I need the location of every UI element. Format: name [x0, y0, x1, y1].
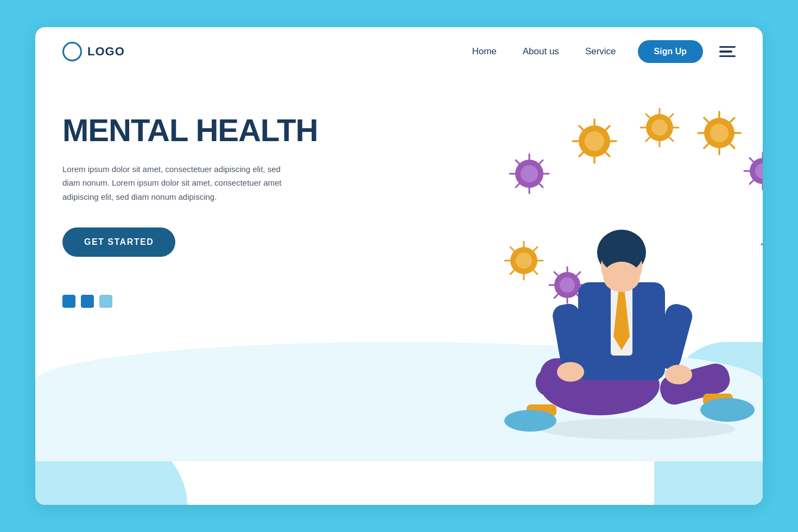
logo-icon: [62, 42, 82, 61]
svg-point-61: [516, 252, 532, 269]
svg-line-63: [534, 247, 537, 251]
svg-line-19: [579, 126, 584, 130]
svg-line-5: [539, 183, 543, 187]
svg-line-47: [750, 180, 753, 184]
svg-line-33: [730, 118, 734, 122]
svg-point-108: [504, 410, 556, 432]
svg-point-91: [560, 277, 575, 293]
hamburger-line-2: [719, 50, 732, 53]
svg-line-39: [704, 118, 708, 122]
nav-about[interactable]: About us: [523, 46, 559, 57]
svg-line-97: [554, 294, 558, 298]
svg-point-21: [651, 119, 668, 136]
svg-line-67: [510, 270, 514, 274]
hero-description: Lorem ipsum dolor sit amet, consectetuer…: [62, 162, 290, 204]
indicator-dot-2: [81, 295, 94, 308]
logo-text: LOGO: [87, 45, 125, 59]
main-frame: LOGO Home About us Service Sign Up MENTA…: [35, 27, 763, 505]
svg-point-115: [665, 365, 692, 384]
svg-line-29: [646, 114, 650, 118]
svg-point-120: [603, 262, 640, 292]
hamburger-line-1: [719, 46, 736, 48]
logo-area: LOGO: [62, 42, 125, 61]
indicator-dot-3: [99, 295, 112, 308]
svg-line-13: [605, 126, 610, 130]
hamburger-menu-icon[interactable]: [719, 46, 736, 58]
svg-line-17: [579, 152, 584, 156]
hamburger-line-3: [719, 55, 736, 58]
signup-button[interactable]: Sign Up: [638, 40, 703, 63]
svg-line-93: [577, 272, 580, 276]
svg-point-107: [700, 398, 755, 422]
get-started-button[interactable]: GET STARTED: [62, 227, 175, 257]
svg-line-35: [730, 144, 734, 148]
svg-line-23: [669, 114, 673, 118]
main-content: MENTAL HEALTH Lorem ipsum dolor sit amet…: [35, 76, 763, 505]
svg-line-37: [704, 144, 708, 148]
nav-service[interactable]: Service: [585, 46, 616, 57]
right-section: [323, 92, 736, 472]
svg-point-11: [585, 131, 604, 151]
svg-point-31: [710, 124, 729, 142]
svg-line-7: [516, 183, 520, 187]
virus-illustration: [323, 92, 763, 445]
svg-line-65: [534, 270, 537, 274]
svg-line-27: [646, 137, 650, 141]
svg-line-25: [669, 137, 673, 141]
svg-line-49: [750, 158, 753, 162]
svg-point-1: [521, 165, 538, 182]
svg-line-99: [554, 272, 558, 276]
nav-home[interactable]: Home: [472, 46, 496, 57]
dots-row: [62, 295, 323, 308]
nav-links: Home About us Service: [472, 46, 616, 57]
svg-line-69: [510, 247, 514, 251]
indicator-dot-1: [62, 295, 75, 308]
header: LOGO Home About us Service Sign Up: [35, 27, 763, 76]
left-section: MENTAL HEALTH Lorem ipsum dolor sit amet…: [62, 92, 323, 308]
page-title: MENTAL HEALTH: [62, 114, 323, 147]
svg-point-114: [557, 362, 584, 382]
svg-line-9: [516, 160, 520, 164]
svg-line-3: [539, 160, 543, 164]
svg-line-15: [605, 152, 610, 156]
svg-point-100: [540, 418, 736, 440]
